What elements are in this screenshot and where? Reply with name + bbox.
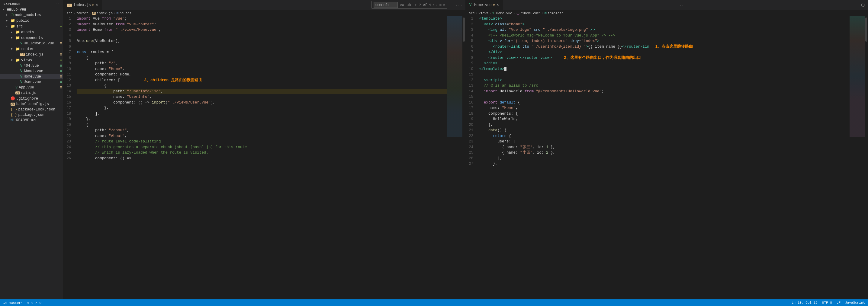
code-line: name: "Home", <box>479 105 849 111</box>
code-line: ], <box>77 111 447 117</box>
item-label: assets <box>21 30 34 34</box>
bc-template[interactable]: template <box>548 11 564 15</box>
badge: ● <box>58 59 62 62</box>
arrow-icon: ▼ <box>11 59 14 62</box>
code-area-left[interactable]: import Vue from "vue"; import VueRouter … <box>74 16 447 299</box>
code-line: { <box>77 122 447 128</box>
folder-icon: 📁 <box>10 19 15 23</box>
tab-vue-icon: V <box>469 3 471 7</box>
scrollbar-thumb[interactable] <box>463 18 465 42</box>
find-options-btn[interactable]: ≡ <box>439 3 441 7</box>
tab-index-js[interactable]: JS index.js M × <box>63 0 102 10</box>
find-case-btn[interactable]: Aa <box>399 2 405 7</box>
editor-right-more[interactable]: ··· <box>674 3 687 7</box>
item-label: main.js <box>21 91 36 95</box>
sidebar-item-helloworld[interactable]: ▶ V HelloWorld.vue M <box>0 41 63 46</box>
item-label: babel.config.js <box>16 102 49 106</box>
sidebar-item-node-modules[interactable]: ▶ ⬡ node_modules <box>0 12 63 18</box>
sidebar-item-about[interactable]: ▶ V About.vue U <box>0 68 63 74</box>
scrollbar-right[interactable] <box>865 16 868 299</box>
code-area-right[interactable]: <template> <div class="home"> <img alt="… <box>476 16 849 299</box>
tab-close-btn[interactable]: × <box>96 3 98 7</box>
sidebar-item-main[interactable]: ▶ JS main.js <box>0 90 63 96</box>
sidebar-item-readme[interactable]: ▶ M↓ README.md <box>0 118 63 123</box>
find-prev-btn[interactable]: ↑ <box>432 3 435 7</box>
editor-left-body: 12345 678910 1112131415 1617181920 21222… <box>63 16 465 299</box>
vue-icon: V <box>20 74 22 79</box>
code-line: users: [ <box>479 139 849 144</box>
badge: U <box>58 70 62 73</box>
code-line: <!-- <HelloWorld msg="Welcome to Your Vu… <box>479 33 849 39</box>
bc-homevue2[interactable]: "Home.vue" <box>521 11 541 15</box>
sidebar-item-app[interactable]: ▶ V App.vue M <box>0 85 63 90</box>
find-word-btn[interactable]: ab <box>406 2 412 7</box>
sidebar-item-babel[interactable]: ▶ JS babel.config.js <box>0 101 63 107</box>
line-ending[interactable]: LF <box>837 301 840 305</box>
language[interactable]: JavaScript <box>845 301 865 305</box>
code-line: }, <box>77 105 447 111</box>
item-label: src <box>16 25 23 29</box>
arrow-icon: ▼ <box>2 8 6 11</box>
tab-home-vue[interactable]: V Home.vue M × <box>466 0 503 10</box>
code-line: path: "/userInfo/:id", <box>77 89 447 95</box>
bc-router[interactable]: router <box>76 11 88 15</box>
badge: M <box>58 86 62 89</box>
split-editor-icon[interactable]: ⬡ <box>861 3 865 8</box>
item-label: README.md <box>16 118 36 123</box>
code-line: export default { <box>479 100 849 106</box>
bc-sep: › <box>476 11 478 15</box>
sidebar-item-package[interactable]: ▶ { } package.json <box>0 112 63 118</box>
sidebar-more-btn[interactable]: ··· <box>53 2 60 6</box>
arrow-icon: ▶ <box>6 13 10 16</box>
code-line: HelloWorld, <box>479 116 849 122</box>
editor-left-more[interactable]: ··· <box>453 3 465 7</box>
bc-homevue[interactable]: Home.vue <box>496 11 512 15</box>
sidebar-item-components[interactable]: ▼ 📁 components <box>0 35 63 41</box>
find-input[interactable] <box>374 2 398 8</box>
bc-routes[interactable]: routes <box>120 11 132 15</box>
js-icon: JS <box>16 92 20 95</box>
bc-sep: › <box>542 11 544 15</box>
code-line: components: { <box>479 111 849 117</box>
sidebar-item-package-lock[interactable]: ▶ { } package-lock.json <box>0 107 63 112</box>
scrollbar-thumb[interactable] <box>865 18 867 42</box>
sidebar-item-public[interactable]: ▶ 📁 public <box>0 18 63 24</box>
folder-icon: ⬡ <box>10 13 13 17</box>
vue-icon: V <box>20 69 22 73</box>
bc-src[interactable]: src <box>469 11 475 15</box>
item-label: package.json <box>19 113 44 117</box>
tab-close-btn[interactable]: × <box>497 3 499 7</box>
code-line: import HelloWorld from "@/components/Hel… <box>479 89 849 95</box>
editor-right-body: 12345 678910 1112131415 1617181920 21222… <box>466 16 868 299</box>
badge: ● <box>58 25 62 28</box>
vue-icon: V <box>20 41 22 45</box>
sidebar-item-user[interactable]: ▶ V User.vue U <box>0 79 63 85</box>
errors-count[interactable]: ⊗ 0 △ 0 <box>28 301 41 305</box>
find-close-btn[interactable]: × <box>443 3 445 7</box>
sidebar-item-router-index[interactable]: ▶ JS index.js M <box>0 52 63 57</box>
bc-src[interactable]: src <box>66 11 72 15</box>
find-regex-btn[interactable]: ★ <box>413 2 418 7</box>
sidebar-item-router[interactable]: ▼ 📁 router <box>0 46 63 52</box>
code-line <box>479 72 849 77</box>
sidebar-item-src[interactable]: ▼ 📁 src ● <box>0 24 63 29</box>
bc-indexjs[interactable]: index.js <box>97 11 113 15</box>
bc-sep: › <box>513 11 515 15</box>
editor-right-tabs: V Home.vue M × ··· ⬡ <box>466 0 868 10</box>
sidebar-item-views[interactable]: ▼ 📁 views ● <box>0 57 63 63</box>
editor-left-breadcrumb: src › router › JS index.js › ⊡ routes <box>63 10 465 16</box>
sidebar-root[interactable]: ▼ HELLO-VUE <box>0 7 63 12</box>
git-branch[interactable]: ⎇ master* <box>3 301 23 305</box>
bc-views[interactable]: views <box>478 11 488 15</box>
code-line: { <box>77 83 447 89</box>
scrollbar-left[interactable] <box>462 16 465 299</box>
find-next-btn[interactable]: ↓ <box>436 3 438 7</box>
encoding[interactable]: UTF-8 <box>822 301 832 305</box>
sidebar-item-gitignore[interactable]: ▶ 🔴 .gitignore <box>0 96 63 101</box>
line-numbers-left: 12345 678910 1112131415 1617181920 21222… <box>63 16 74 299</box>
find-count: ? of 4 <box>419 3 431 7</box>
sidebar-item-404[interactable]: ▶ V 404.vue U <box>0 63 63 68</box>
code-line: }, <box>77 116 447 122</box>
sidebar-item-home[interactable]: ▶ V Home.vue M <box>0 74 63 79</box>
sidebar-item-assets[interactable]: ▶ 📁 assets <box>0 29 63 35</box>
